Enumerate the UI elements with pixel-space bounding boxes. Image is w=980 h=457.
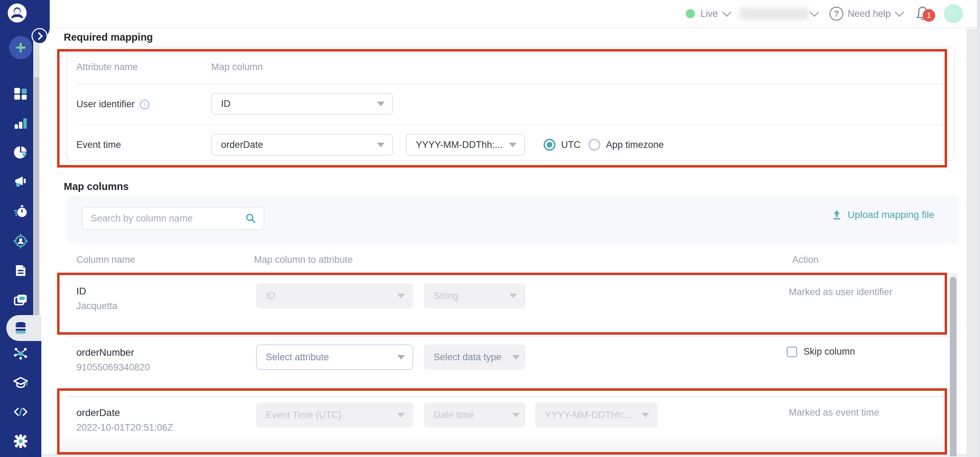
sidebar-item-data[interactable] xyxy=(12,319,29,337)
user-logo-icon xyxy=(7,3,27,23)
pie-chart-icon xyxy=(13,144,29,161)
code-icon xyxy=(13,404,29,420)
row-column-name: orderNumber xyxy=(76,347,134,358)
avatar xyxy=(944,4,963,23)
bottom-edge xyxy=(41,455,980,457)
network-icon xyxy=(13,345,29,361)
row2-attribute-dropdown[interactable]: Select attribute xyxy=(256,344,413,370)
notifications-button[interactable]: 1 xyxy=(915,0,939,27)
skip-column-checkbox[interactable] xyxy=(787,347,797,357)
table-header-column-name: Column name xyxy=(76,255,135,265)
environment-label: Live xyxy=(700,8,718,19)
chevron-down-icon xyxy=(722,8,731,17)
sidebar-item-boards[interactable] xyxy=(12,291,29,309)
sidebar-item-audiences[interactable] xyxy=(12,232,29,250)
row2-datatype-placeholder: Select data type xyxy=(434,352,501,363)
notification-badge: 1 xyxy=(923,9,935,22)
sidebar-item-segments[interactable] xyxy=(12,144,29,161)
dashboard-grid-icon xyxy=(13,86,29,102)
need-help-menu[interactable]: ? Need help xyxy=(829,0,904,27)
sidebar-item-integrations[interactable] xyxy=(12,344,29,361)
upload-icon xyxy=(831,209,843,221)
sidebar-item-analytics[interactable] xyxy=(12,114,29,132)
search-icon[interactable] xyxy=(245,212,257,224)
sidebar-item-dashboards[interactable] xyxy=(12,85,29,102)
blurred-account-name xyxy=(739,8,809,20)
map-columns-title: Map columns xyxy=(64,181,129,193)
account-name[interactable] xyxy=(739,0,819,27)
annotation-box-row-id xyxy=(57,273,947,335)
table-scrollbar-thumb[interactable] xyxy=(950,277,956,456)
help-question-icon: ? xyxy=(829,6,843,21)
import-mapping-screen: Live ? Need help 1 xyxy=(0,0,980,457)
skip-column-option[interactable]: Skip column xyxy=(787,346,855,357)
bar-chart-icon xyxy=(13,115,29,131)
graduation-cap-icon xyxy=(13,374,29,390)
app-logo[interactable] xyxy=(7,3,27,24)
divider xyxy=(67,336,957,336)
dropdown-caret-icon xyxy=(397,355,405,360)
plus-icon xyxy=(14,41,28,55)
gear-icon xyxy=(13,433,29,449)
sidebar-item-settings[interactable] xyxy=(12,433,29,450)
upload-label: Upload mapping file xyxy=(848,209,934,220)
top-header-bar: Live ? Need help 1 xyxy=(0,0,980,28)
table-header-action: Action xyxy=(792,255,819,265)
dropdown-caret-icon xyxy=(512,355,520,360)
document-icon xyxy=(13,263,29,279)
row-sample-value: 91055069340820 xyxy=(76,362,150,373)
chevron-down-icon xyxy=(810,8,819,17)
megaphone-icon xyxy=(13,174,29,190)
sidebar-expand-button[interactable] xyxy=(32,28,48,44)
table-header-map-attribute: Map column to attribute xyxy=(254,255,353,265)
create-button[interactable] xyxy=(9,36,32,59)
skip-column-label: Skip column xyxy=(803,346,855,357)
database-icon xyxy=(13,320,29,336)
chevron-down-icon xyxy=(895,8,904,17)
overlay-scrollbar-track[interactable] xyxy=(966,29,977,457)
search-input[interactable] xyxy=(82,213,245,224)
sidebar-item-journeys[interactable] xyxy=(12,202,29,220)
left-scrollbar-thumb[interactable] xyxy=(34,77,39,341)
environment-switcher[interactable]: Live xyxy=(686,0,731,27)
search-box xyxy=(82,207,264,230)
upload-mapping-file-link[interactable]: Upload mapping file xyxy=(831,209,934,221)
boards-icon xyxy=(13,292,29,308)
row2-attribute-placeholder: Select attribute xyxy=(266,352,329,363)
row2-datatype-dropdown[interactable]: Select data type xyxy=(424,344,525,370)
target-user-icon xyxy=(13,233,29,249)
user-avatar[interactable] xyxy=(944,0,963,27)
annotation-box-row-orderdate xyxy=(57,388,947,455)
sidebar-item-academy[interactable] xyxy=(12,374,29,391)
chevron-right-icon xyxy=(35,32,43,40)
live-status-dot xyxy=(686,9,695,18)
annotation-box-required-mapping xyxy=(57,49,947,167)
stopwatch-icon xyxy=(13,203,29,220)
required-mapping-title: Required mapping xyxy=(64,32,153,43)
need-help-label: Need help xyxy=(848,8,891,19)
sidebar-item-campaigns[interactable] xyxy=(12,173,29,191)
sidebar-item-reports[interactable] xyxy=(12,262,29,279)
page-scrollbar[interactable] xyxy=(977,0,980,457)
sidebar-item-developer[interactable] xyxy=(12,403,29,420)
